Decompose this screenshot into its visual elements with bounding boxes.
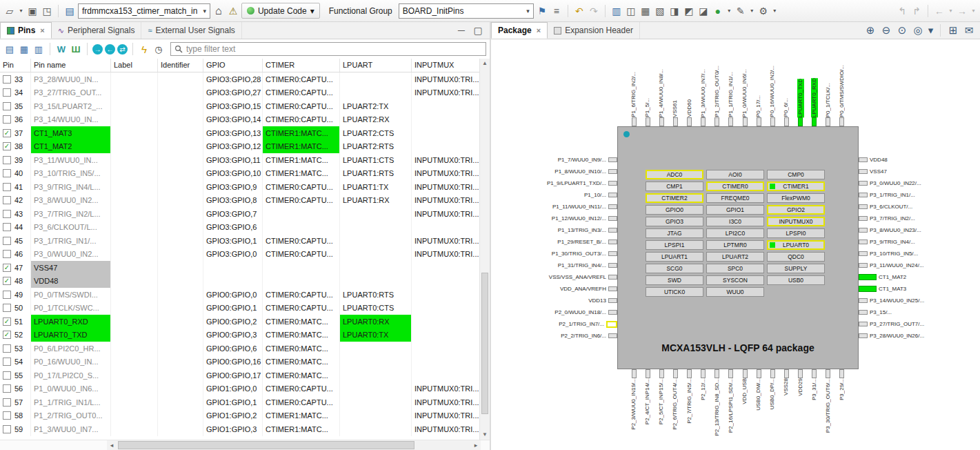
pin-stub[interactable] — [687, 369, 692, 378]
ctimer-cell[interactable]: CTIMER0:CAPTU... — [263, 86, 340, 100]
identifier-cell[interactable] — [158, 207, 203, 221]
scroll-right-icon[interactable]: ▸ — [471, 440, 481, 450]
label-cell[interactable] — [111, 275, 158, 288]
label-cell[interactable] — [111, 180, 158, 194]
pin-label[interactable]: P1_31/TRIG_IN4/... — [558, 262, 606, 269]
pin-name-cell[interactable]: VDD48 — [31, 275, 111, 288]
tab-external-user-signals[interactable]: ≈ External User Signals — [141, 22, 241, 39]
zoom-out-icon[interactable]: ⊖ — [880, 24, 892, 37]
pin-stub[interactable] — [859, 251, 868, 256]
pin-label[interactable]: P3_14/WUU0_IN25/... — [870, 297, 924, 304]
ctimer-cell[interactable]: CTIMER1:MATC... — [263, 422, 340, 436]
row-checkbox[interactable] — [3, 358, 11, 366]
pin-label[interactable]: P3_8/WUU0_IN23/... — [870, 227, 921, 234]
row-checkbox[interactable] — [3, 398, 11, 407]
back-caret-icon[interactable]: ▾ — [948, 5, 954, 17]
pin-stub[interactable] — [701, 369, 706, 378]
lpuart-cell[interactable] — [340, 342, 412, 355]
ctimer-cell[interactable] — [263, 261, 340, 275]
row-checkbox[interactable] — [3, 115, 11, 124]
memory-view-icon[interactable]: ▦ — [639, 5, 652, 17]
label-cell[interactable] — [111, 382, 158, 396]
row-checkbox[interactable] — [3, 304, 11, 312]
gpio-cell[interactable]: GPIO0:GPIO,2 — [203, 315, 263, 329]
scrollbar-thumb[interactable] — [481, 273, 488, 414]
identifier-cell[interactable] — [158, 99, 203, 113]
pin-stub[interactable] — [701, 117, 706, 126]
lpuart-cell[interactable]: LPUART0:RX — [340, 315, 412, 329]
inputmux-cell[interactable]: INPUTMUX0:TRI... — [412, 194, 481, 208]
zoom-mode-icon[interactable]: ◎ — [912, 24, 924, 37]
pin-stub[interactable] — [784, 369, 789, 378]
identifier-cell[interactable] — [158, 395, 203, 409]
pin-stub[interactable] — [608, 333, 617, 338]
pin-stub[interactable] — [673, 369, 678, 378]
identifier-cell[interactable] — [158, 261, 203, 275]
lpuart-cell[interactable]: LPUART2:RX — [340, 113, 412, 127]
identifier-cell[interactable] — [158, 369, 203, 382]
label-cell[interactable] — [111, 207, 158, 221]
peripheral-block[interactable]: LPI2C0 — [706, 228, 764, 238]
pin-label[interactable]: USB0_DM/... — [755, 378, 762, 411]
pin-stub[interactable] — [632, 369, 637, 378]
pin-stub[interactable] — [608, 251, 617, 256]
identifier-cell[interactable] — [158, 153, 203, 167]
table-row[interactable]: ✓38CT1_MAT2GPIO3:GPIO,12CTIMER1:MATC...L… — [0, 140, 481, 154]
lpuart-cell[interactable] — [340, 207, 412, 221]
annotations-icon[interactable]: ✉ — [963, 24, 975, 37]
column-header-pin-name[interactable]: Pin name — [31, 59, 111, 72]
ctimer-cell[interactable]: CTIMER0:CAPTU... — [263, 99, 340, 113]
lpuart-cell[interactable] — [340, 395, 412, 409]
gpio-cell[interactable]: GPIO3:GPIO,1 — [203, 234, 263, 248]
row-checkbox[interactable] — [3, 169, 11, 177]
split-view-icon[interactable]: ◫ — [625, 5, 637, 17]
gpio-cell[interactable]: GPIO0:GPIO,17 — [203, 369, 263, 382]
pin-label[interactable]: LPUART0_TXD — [797, 79, 804, 117]
pin-label[interactable]: P2_1/TRIG_IN7/... — [559, 321, 604, 328]
forward-caret-icon[interactable]: ▾ — [970, 5, 977, 17]
pin-label[interactable]: P2_3/WUU0_IN19/... — [630, 378, 637, 430]
pin-name-cell[interactable]: P3_15/LPUART2_... — [31, 99, 111, 113]
tab-peripheral-signals[interactable]: ∿ Peripheral Signals — [52, 22, 142, 39]
scrollbar-thumb[interactable] — [118, 441, 414, 449]
pin-label[interactable]: P1_9/LPUART1_TXD/... — [547, 180, 606, 187]
peripheral-block[interactable]: SCG0 — [646, 264, 703, 273]
label-cell[interactable] — [111, 422, 158, 436]
pin-stub[interactable] — [659, 117, 664, 126]
ctimer-cell[interactable]: CTIMER0:CAPTU... — [263, 234, 340, 248]
lpuart-cell[interactable]: LPUART2:TX — [340, 99, 412, 113]
row-checkbox[interactable] — [3, 196, 11, 204]
peripheral-block[interactable]: CMP0 — [767, 170, 825, 179]
pin-stub[interactable] — [608, 263, 617, 268]
pin-stub[interactable] — [606, 321, 617, 328]
pin-stub[interactable] — [757, 117, 761, 126]
identifier-cell[interactable] — [158, 342, 203, 355]
row-checkbox[interactable] — [3, 250, 11, 258]
row-checkbox[interactable]: ✓ — [3, 142, 11, 150]
table-row[interactable]: 40P3_10/TRIG_IN5/...GPIO3:GPIO,10CTIMER1… — [0, 167, 481, 181]
label-cell[interactable] — [111, 342, 158, 355]
inputmux-cell[interactable] — [412, 315, 481, 329]
table-row[interactable]: 56P1_0/WUU0_IN6...GPIO1:GPIO,0CTIMER0:CA… — [0, 382, 481, 396]
tab-package[interactable]: Package × — [491, 22, 548, 39]
pin-name-cell[interactable]: P0_17/LPI2C0_S... — [31, 369, 111, 382]
table-row[interactable]: 39P3_11/WUU0_IN...GPIO3:GPIO,11CTIMER1:M… — [0, 153, 481, 167]
quick-route-icon[interactable]: ϟ — [138, 43, 150, 55]
pin-name-cell[interactable]: P3_1/TRIG_IN1/... — [31, 234, 111, 248]
inputmux-cell[interactable]: INPUTMUX0:TRI... — [412, 234, 481, 248]
identifier-cell[interactable] — [158, 355, 203, 369]
registers-view-icon[interactable]: ◪ — [697, 5, 710, 17]
pins-table-view-icon[interactable]: ▤ — [3, 43, 16, 55]
table-row[interactable]: 45P3_1/TRIG_IN1/...GPIO3:GPIO,1CTIMER0:C… — [0, 234, 481, 248]
table-row[interactable]: 41P3_9/TRIG_IN4/L...GPIO3:GPIO,9CTIMER0:… — [0, 180, 481, 194]
zoom-reset-icon[interactable]: ⊙ — [896, 24, 908, 37]
pin-stub[interactable] — [798, 369, 803, 378]
identifier-cell[interactable] — [158, 86, 203, 100]
column-header-label[interactable]: Label — [111, 59, 158, 72]
table-row[interactable]: 55P0_17/LPI2C0_S...GPIO0:GPIO,17CTIMER0:… — [0, 369, 481, 382]
gpio-cell[interactable]: GPIO3:GPIO,10 — [203, 167, 263, 181]
gpio-cell[interactable]: GPIO3:GPIO,14 — [203, 113, 263, 127]
pin-stub[interactable] — [859, 274, 877, 280]
pin-stub[interactable] — [859, 263, 868, 268]
tools-icon[interactable]: ⚙ — [757, 5, 770, 17]
